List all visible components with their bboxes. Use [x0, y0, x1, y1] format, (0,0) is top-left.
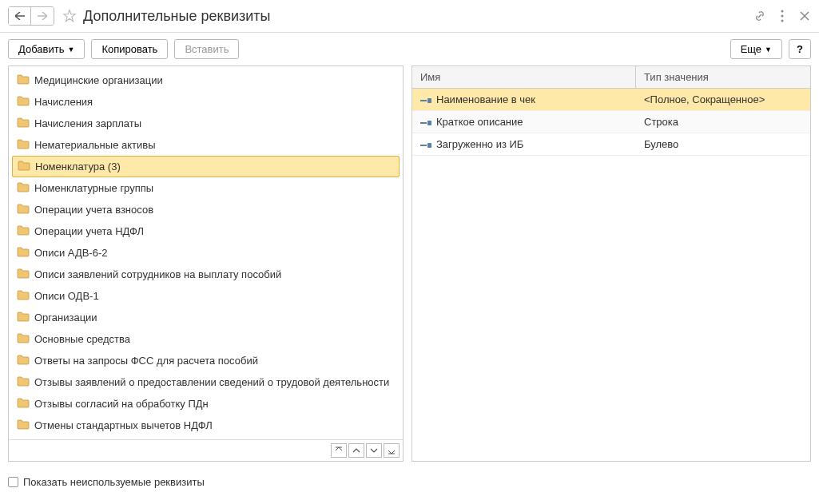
- folder-icon: [17, 224, 30, 238]
- add-button[interactable]: Добавить ▼: [8, 39, 85, 59]
- forward-button[interactable]: [31, 7, 54, 25]
- folder-icon: [17, 311, 30, 324]
- tree-item-label: Отзывы заявлений о предоставлении сведен…: [34, 376, 389, 388]
- paste-button[interactable]: Вставить: [174, 39, 239, 59]
- tree-item-label: Номенклатурные группы: [34, 182, 153, 194]
- tree-item[interactable]: Операции учета НДФЛ: [9, 220, 403, 242]
- tree-item-label: Описи АДВ-6-2: [34, 247, 107, 259]
- attribute-icon: [420, 116, 431, 128]
- folder-icon: [17, 332, 30, 346]
- tree-panel: Медицинские организацииНачисленияНачисле…: [8, 65, 404, 462]
- svg-point-1: [781, 15, 784, 18]
- tree-item[interactable]: Ответы на запросы ФСС для расчета пособи…: [9, 350, 403, 371]
- scroll-down-button[interactable]: [366, 443, 382, 458]
- tree-item[interactable]: Отмены стандартных вычетов НДФЛ: [9, 415, 403, 436]
- folder-icon: [17, 246, 30, 260]
- tree-item[interactable]: Начисления зарплаты: [9, 113, 403, 134]
- tree-item-label: Номенклатура (3): [35, 161, 121, 173]
- folder-icon: [18, 160, 30, 173]
- row-type: <Полное, Сокращенное>: [636, 89, 810, 110]
- add-button-label: Добавить: [18, 43, 64, 55]
- folder-icon: [17, 375, 30, 389]
- tree-item[interactable]: Описи заявлений сотрудников на выплату п…: [9, 264, 403, 285]
- tree-item[interactable]: Медицинские организации: [9, 69, 403, 91]
- folder-icon: [17, 268, 30, 281]
- tree[interactable]: Медицинские организацииНачисленияНачисле…: [9, 66, 403, 439]
- attribute-icon: [420, 93, 431, 105]
- tree-item-label: Описи заявлений сотрудников на выплату п…: [34, 268, 281, 280]
- tree-item-label: Организации: [34, 312, 97, 323]
- copy-button[interactable]: Копировать: [91, 39, 168, 59]
- folder-icon: [17, 354, 30, 367]
- scroll-bottom-button[interactable]: [384, 443, 400, 458]
- tree-item[interactable]: Номенклатура (3): [12, 156, 400, 177]
- attribute-icon: [420, 138, 431, 150]
- scroll-top-button[interactable]: [331, 443, 347, 458]
- close-icon[interactable]: [798, 10, 811, 22]
- back-button[interactable]: [9, 7, 31, 25]
- tree-item-label: Отмены стандартных вычетов НДФЛ: [34, 419, 213, 431]
- column-header-name[interactable]: Имя: [412, 66, 636, 88]
- svg-rect-5: [420, 122, 427, 124]
- tree-item-label: Операции учета НДФЛ: [34, 225, 144, 237]
- show-unused-checkbox[interactable]: [8, 477, 18, 487]
- tree-item-label: Ответы на запросы ФСС для расчета пособи…: [34, 355, 258, 367]
- tree-item[interactable]: Описи ОДВ-1: [9, 285, 403, 307]
- tree-item-label: Основные средства: [34, 333, 130, 345]
- favorite-star-icon[interactable]: [62, 9, 77, 23]
- tree-item-label: Начисления зарплаты: [34, 117, 141, 129]
- svg-point-2: [781, 20, 784, 22]
- tree-item-label: Нематериальные активы: [34, 139, 156, 151]
- chevron-down-icon: ▼: [67, 46, 74, 54]
- tree-item-label: Описи ОДВ-1: [34, 290, 99, 302]
- folder-icon: [17, 419, 30, 432]
- table-row[interactable]: Наименование в чек<Полное, Сокращенное>: [412, 89, 810, 111]
- folder-icon: [17, 138, 30, 152]
- svg-rect-4: [427, 98, 431, 103]
- show-unused-label: Показать неиспользуемые реквизиты: [23, 476, 205, 488]
- more-button-label: Еще: [741, 43, 761, 55]
- svg-point-0: [781, 10, 784, 13]
- tree-item[interactable]: Отзывы согласий на обработку ПДн: [9, 393, 403, 415]
- tree-item[interactable]: Организации: [9, 307, 403, 328]
- folder-icon: [17, 203, 30, 216]
- table-row[interactable]: Загруженно из ИББулево: [412, 133, 810, 156]
- kebab-menu-icon[interactable]: [776, 10, 789, 22]
- nav-buttons: [8, 6, 54, 26]
- row-type: Строка: [636, 111, 810, 133]
- folder-icon: [17, 289, 30, 303]
- svg-rect-3: [420, 100, 427, 101]
- chevron-down-icon: ▼: [765, 46, 772, 54]
- row-name: Наименование в чек: [436, 93, 535, 105]
- tree-item[interactable]: Номенклатурные группы: [9, 177, 403, 199]
- table-body: Наименование в чек<Полное, Сокращенное>К…: [412, 89, 810, 156]
- tree-item[interactable]: Операции учета взносов: [9, 199, 403, 220]
- row-name: Загруженно из ИБ: [436, 138, 523, 150]
- tree-item-label: Начисления: [34, 96, 93, 108]
- link-icon[interactable]: [753, 10, 766, 22]
- tree-item[interactable]: Начисления: [9, 91, 403, 113]
- tree-item[interactable]: Нематериальные активы: [9, 134, 403, 156]
- page-title: Дополнительные реквизиты: [83, 8, 753, 25]
- tree-item[interactable]: Описи АДВ-6-2: [9, 242, 403, 264]
- details-panel: Имя Тип значения Наименование в чек<Полн…: [411, 65, 811, 462]
- tree-item-label: Медицинские организации: [34, 74, 163, 86]
- help-button[interactable]: ?: [789, 39, 811, 59]
- table-row[interactable]: Краткое описаниеСтрока: [412, 111, 810, 133]
- svg-rect-6: [427, 121, 431, 125]
- folder-icon: [17, 117, 30, 130]
- folder-icon: [17, 73, 30, 87]
- tree-item-label: Операции учета взносов: [34, 204, 153, 216]
- folder-icon: [17, 95, 30, 109]
- tree-item[interactable]: Отзывы заявлений о предоставлении сведен…: [9, 371, 403, 393]
- row-type: Булево: [636, 133, 810, 155]
- table-header: Имя Тип значения: [412, 66, 810, 89]
- tree-item[interactable]: Основные средства: [9, 328, 403, 350]
- column-header-type[interactable]: Тип значения: [636, 66, 810, 88]
- row-name: Краткое описание: [436, 116, 523, 128]
- folder-icon: [17, 181, 30, 195]
- tree-item-label: Отзывы согласий на обработку ПДн: [34, 398, 209, 410]
- scroll-up-button[interactable]: [348, 443, 364, 458]
- svg-rect-8: [427, 143, 431, 148]
- more-button[interactable]: Еще ▼: [730, 39, 782, 59]
